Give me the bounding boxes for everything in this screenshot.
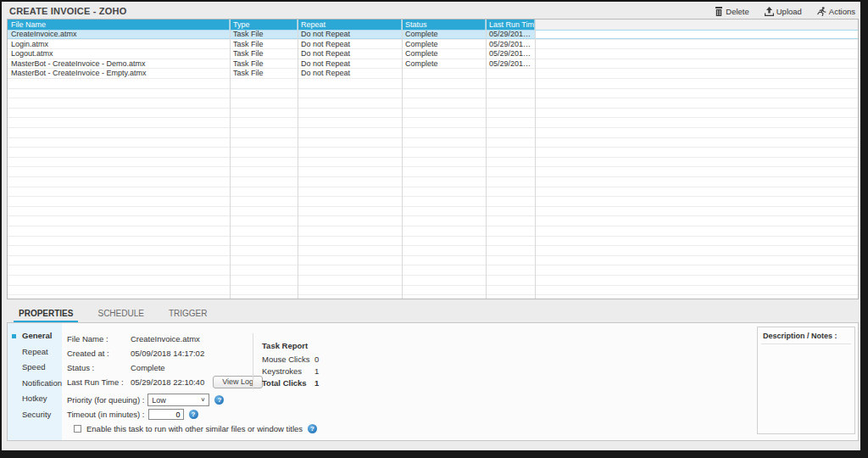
status-label: Status : [67,363,131,372]
created-at-row: Created at : 05/09/2018 14:17:02 [67,346,263,360]
table-cell: Do not Repeat [298,49,402,59]
priority-value: Low [152,396,166,405]
column-header[interactable]: File Name [8,20,230,30]
sidebar-item-label: General [22,331,52,340]
sidebar-item-label: Security [22,410,51,419]
sidebar-item-label: Notification [22,378,62,388]
table-cell: Do not Repeat [298,30,402,39]
properties-panel: GeneralRepeatSpeedNotificationHotkeySecu… [7,322,859,441]
table-cell: Task File [230,59,298,69]
table-cell: Task File [230,30,298,39]
sidebar-item-label: Speed [22,362,45,371]
file-table-header: File NameTypeRepeatStatusLast Run Time [8,20,858,30]
last-run-row: Last Run Time : 05/29/2018 22:10:40 View… [67,375,263,389]
created-at-label: Created at : [67,349,131,358]
priority-row: Priority (for queuing) : Low ∨ ? [67,394,224,406]
table-cell: 05/29/2018 22:10... [486,40,535,49]
column-header[interactable]: Type [230,20,298,30]
enable-similar-checkbox[interactable] [74,425,81,433]
sidebar-item-general[interactable]: General [8,328,62,344]
tab-properties[interactable]: PROPERTIES [14,307,78,323]
priority-help-icon[interactable]: ? [214,395,224,405]
sidebar-item-label: Repeat [22,347,48,356]
section-divider [253,333,253,389]
upload-icon [765,7,774,16]
table-cell: MasterBot - CreateInvoice - Demo.atmx [8,59,230,69]
column-header[interactable]: Status [402,20,486,30]
table-cell: Complete [402,40,486,49]
table-row[interactable]: MasterBot - CreateInvoice - Demo.atmxTas… [8,59,858,70]
upload-label: Upload [776,7,802,16]
table-row[interactable]: Logout.atmxTask FileDo not RepeatComplet… [8,49,858,59]
table-cell: MasterBot - CreateInvoice - Empty.atmx [8,69,230,78]
table-row[interactable]: Login.atmxTask FileDo not RepeatComplete… [8,40,858,50]
sidebar-item-hotkey[interactable]: Hotkey [8,391,62,407]
status-value: Complete [131,363,165,372]
task-report-value: 1 [314,366,319,377]
column-header[interactable]: Last Run Time [486,20,535,30]
general-properties: File Name : CreateInvoice.atmx Created a… [67,332,263,389]
table-cell: Task File [230,40,298,49]
last-run-label: Last Run Time : [67,377,131,387]
status-row: Status : Complete [67,360,263,375]
task-report-value: 1 [314,377,319,389]
title-bar: CREATE INVOICE - ZOHO Delete Upload Acti… [2,2,860,19]
sidebar-item-notification[interactable]: Notification [8,376,62,392]
task-report-label: Mouse Clicks [262,354,314,366]
view-log-button[interactable]: View Log [213,376,263,388]
task-report-title: Task Report [262,340,319,352]
table-row[interactable]: MasterBot - CreateInvoice - Empty.atmxTa… [8,69,858,79]
table-cell: 05/29/2018 22:10... [486,49,535,59]
tab-trigger[interactable]: TRIGGER [164,307,213,323]
app-window: CREATE INVOICE - ZOHO Delete Upload Acti… [2,2,860,450]
table-row[interactable]: CreateInvoice.atmxTask FileDo not Repeat… [8,30,858,40]
task-report-value: 0 [314,354,319,366]
enable-similar-label: Enable this task to run with other simil… [86,424,303,433]
trash-icon [715,7,723,16]
priority-label: Priority (for queuing) : [67,395,144,405]
upload-button[interactable]: Upload [765,7,802,16]
active-item-bullet-icon [12,334,16,338]
delete-button[interactable]: Delete [715,7,748,16]
priority-select[interactable]: Low ∨ [147,394,209,406]
timeout-label: Timeout (in minutes) : [67,410,145,419]
sidebar-item-repeat[interactable]: Repeat [8,344,62,360]
actions-button[interactable]: Actions [817,7,855,16]
column-header[interactable]: Repeat [298,20,402,30]
sidebar-item-security[interactable]: Security [8,407,62,423]
table-cell: 05/29/2018 22:10... [486,59,535,69]
task-report: Task Report Mouse Clicks0Keystrokes1Tota… [262,340,319,389]
table-cell: Complete [402,30,486,39]
bottom-tabs: PROPERTIESSCHEDULETRIGGER [14,307,213,323]
table-cell: Complete [402,59,486,69]
description-notes-box[interactable]: Description / Notes : [757,327,855,434]
table-cell: Do not Repeat [298,59,402,69]
table-cell: Do not Repeat [298,40,402,49]
table-cell: Task File [230,49,298,59]
sidebar-item-label: Hotkey [22,394,47,403]
page-title: CREATE INVOICE - ZOHO [9,6,126,16]
delete-label: Delete [726,7,748,16]
tab-schedule[interactable]: SCHEDULE [92,307,148,323]
timeout-input[interactable] [148,409,184,420]
runner-icon [817,7,826,16]
table-cell: Do not Repeat [298,69,402,78]
timeout-help-icon[interactable]: ? [189,410,198,419]
table-cell: Complete [402,49,486,59]
properties-sidebar: GeneralRepeatSpeedNotificationHotkeySecu… [8,323,62,440]
file-name-row: File Name : CreateInvoice.atmx [67,332,263,346]
file-table: File NameTypeRepeatStatusLast Run Time C… [7,19,859,299]
description-notes-title: Description / Notes : [758,327,854,344]
file-name-value: CreateInvoice.atmx [131,334,200,344]
table-cell: 05/29/2018 22:10... [486,30,535,39]
task-report-row: Mouse Clicks0 [262,354,319,366]
enable-similar-row: Enable this task to run with other simil… [74,424,317,433]
timeout-row: Timeout (in minutes) : ? [67,409,198,420]
enable-similar-help-icon[interactable]: ? [308,424,317,433]
file-table-body: CreateInvoice.atmxTask FileDo not Repeat… [8,30,858,299]
sidebar-item-speed[interactable]: Speed [8,360,62,376]
task-report-label: Total Clicks [262,377,314,389]
table-cell: Logout.atmx [8,49,230,59]
chevron-down-icon: ∨ [200,397,205,403]
description-separator [761,344,851,344]
